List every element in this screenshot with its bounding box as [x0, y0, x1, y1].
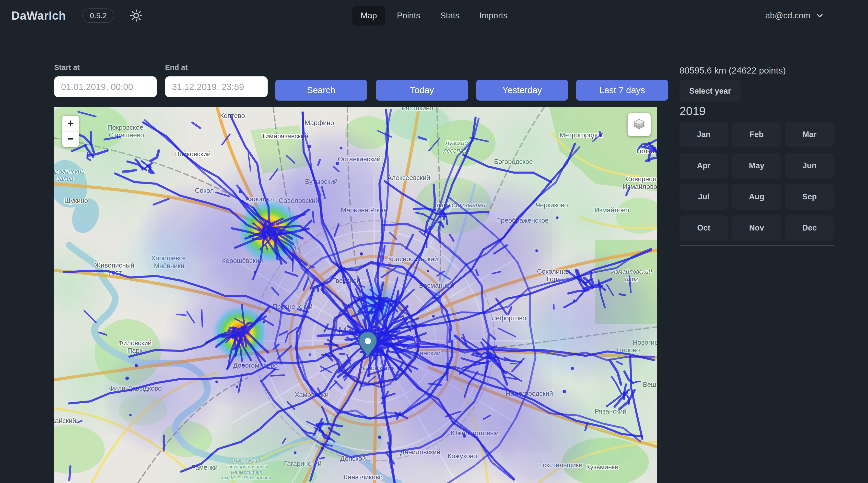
month-button-feb[interactable]: Feb [732, 122, 781, 147]
today-button[interactable]: Today [376, 79, 468, 101]
month-button-jun[interactable]: Jun [785, 153, 834, 179]
last-7-days-button[interactable]: Last 7 days [576, 79, 668, 101]
start-at-input[interactable] [54, 76, 157, 97]
month-button-aug[interactable]: Aug [732, 184, 781, 210]
distance-stats: 80595.6 km (24622 points) [680, 65, 786, 75]
month-button-apr[interactable]: Apr [680, 153, 728, 179]
months-grid: JanFebMarAprMayJunJulAugSepOctNovDec [680, 122, 834, 241]
month-button-jan[interactable]: Jan [680, 122, 728, 147]
zoom-out-button[interactable]: − [62, 131, 79, 147]
map-canvas: КоптевоПокровское-СтрешневоТимирязевский… [54, 107, 657, 483]
year-heading: 2019 [680, 104, 706, 118]
yesterday-button[interactable]: Yesterday [476, 79, 568, 101]
sun-icon [129, 8, 143, 23]
account-menu[interactable]: ab@cd.com [765, 0, 824, 31]
header: DaWarIch 0.5.2 MapPointsStatsImports ab@… [0, 0, 868, 31]
tab-map[interactable]: Map [352, 6, 385, 26]
app-root: DaWarIch 0.5.2 MapPointsStatsImports ab@… [0, 0, 868, 483]
map-container[interactable]: КоптевоПокровское-СтрешневоТимирязевский… [54, 107, 657, 483]
start-at-field: Start at [54, 63, 157, 97]
month-button-nov[interactable]: Nov [732, 215, 781, 241]
zoom-in-button[interactable]: + [62, 116, 79, 131]
theme-toggle-button[interactable] [127, 8, 145, 23]
month-button-oct[interactable]: Oct [680, 215, 728, 241]
search-button[interactable]: Search [275, 79, 367, 101]
end-at-label: End at [165, 63, 268, 72]
start-at-label: Start at [54, 63, 157, 72]
sidebar-divider [680, 246, 834, 246]
version-badge: 0.5.2 [82, 8, 114, 23]
month-button-jul[interactable]: Jul [680, 184, 728, 210]
month-button-may[interactable]: May [732, 153, 781, 179]
tab-points[interactable]: Points [389, 6, 429, 26]
tab-imports[interactable]: Imports [471, 6, 516, 26]
layers-icon [632, 118, 646, 131]
app-logo[interactable]: DaWarIch [11, 9, 66, 23]
month-button-mar[interactable]: Mar [785, 122, 834, 147]
main-nav: MapPointsStatsImports [352, 6, 516, 26]
end-at-field: End at [165, 63, 268, 97]
chevron-down-icon [816, 11, 824, 20]
map-zoom-control: + − [62, 116, 79, 147]
map-layers-control[interactable] [627, 113, 651, 136]
account-email: ab@cd.com [765, 11, 810, 21]
month-button-dec[interactable]: Dec [785, 215, 834, 241]
end-at-input[interactable] [165, 76, 268, 97]
select-year-button[interactable]: Select year [680, 80, 741, 102]
tab-stats[interactable]: Stats [432, 6, 467, 26]
month-button-sep[interactable]: Sep [785, 184, 834, 210]
